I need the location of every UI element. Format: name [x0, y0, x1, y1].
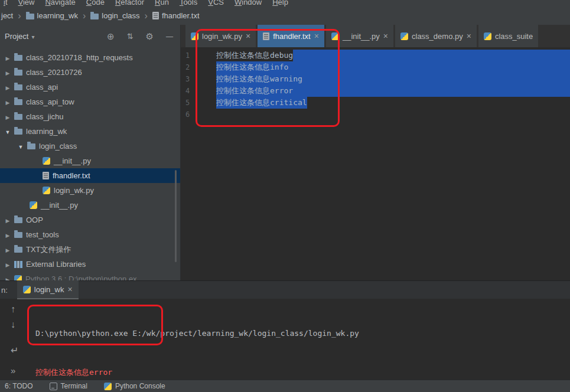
tree-item-label: Python 3.6 ; D:\python\python.ex [25, 275, 137, 280]
project-panel-header: Project [0, 25, 180, 47]
tab-init-py[interactable]: __init__.py [326, 25, 393, 47]
code-line[interactable]: 5 控制住这条信息critical [181, 97, 570, 109]
code-line[interactable]: 1 控制住这条信息debug [181, 50, 570, 61]
tree-item-oop[interactable]: OOP [0, 213, 180, 227]
soft-wrap-icon[interactable] [11, 346, 18, 355]
chevron-down-icon[interactable] [4, 127, 12, 136]
locate-file-icon[interactable] [107, 32, 115, 41]
hide-panel-icon[interactable] [166, 32, 173, 40]
menu-item-code[interactable]: Code [86, 0, 105, 6]
text-file-icon [152, 12, 159, 19]
code-line[interactable]: 6 [181, 109, 570, 120]
tab-label: fhandler.txt [273, 32, 311, 41]
tree-item-login_class[interactable]: login_class [0, 139, 180, 153]
tab-fhandler-txt[interactable]: fhandler.txt [258, 25, 324, 47]
tree-item-class_20210718_http_requests[interactable]: class_20210718_http_requests [0, 50, 180, 65]
tab-class_demo-py[interactable]: class_demo.py [395, 25, 477, 47]
editor-code-area[interactable]: 1 控制住这条信息debug 2 控制住这条信息info 3 控制住这条信息wa… [181, 47, 570, 280]
close-icon[interactable] [67, 285, 72, 293]
more-actions-icon[interactable] [11, 366, 15, 375]
python-icon [104, 383, 112, 390]
tree-item-python-interpreter[interactable]: Python 3.6 ; D:\python\python.ex [0, 272, 180, 280]
menu-item-vcs[interactable]: VCS [208, 0, 224, 6]
tree-item-learning_wk[interactable]: learning_wk [0, 124, 180, 139]
code-line[interactable]: 2 控制住这条信息info [181, 61, 570, 73]
tree-item-class_api_tow[interactable]: class_api_tow [0, 94, 180, 109]
tree-item-fhandler-txt[interactable]: fhandler.txt [0, 168, 180, 183]
run-toolbar [0, 299, 27, 381]
chevron-right-icon[interactable] [4, 245, 12, 254]
project-panel-title[interactable]: Project [5, 32, 28, 41]
tree-item-label: __init__.py [41, 201, 78, 210]
menu-item-edit[interactable]: it [4, 0, 8, 6]
menu-item-help[interactable]: Help [272, 0, 288, 6]
chevron-right-icon[interactable] [4, 260, 12, 269]
menu-item-refactor[interactable]: Refactor [115, 0, 144, 6]
breadcrumb-label: login_class [102, 11, 139, 20]
menu-bar: it View Navigate Code Refactor Run Tools… [0, 0, 570, 6]
code-text: 控制住这条信息critical [216, 97, 307, 109]
line-number: 5 [181, 99, 195, 107]
statusbar-item-todo[interactable]: 6: TODO [5, 382, 33, 390]
tree-item-login_wk-py[interactable]: login_wk.py [0, 183, 180, 198]
code-line[interactable]: 4 控制住这条信息error [181, 85, 570, 97]
menu-item-run[interactable]: Run [155, 0, 169, 6]
statusbar-item-terminal[interactable]: Terminal [50, 382, 87, 390]
tree-item-label: class_api_tow [26, 97, 74, 106]
menu-item-view[interactable]: View [18, 0, 35, 6]
breadcrumb-item-fhandler[interactable]: fhandler.txt [152, 11, 200, 20]
run-tab-login_wk[interactable]: login_wk [17, 280, 79, 299]
breadcrumb-item-login_class[interactable]: login_class [90, 11, 139, 20]
text-file-icon [263, 32, 269, 40]
collapse-all-icon[interactable] [127, 32, 133, 40]
prev-occurrence-icon[interactable] [11, 305, 15, 314]
tree-item-class_api[interactable]: class_api [0, 80, 180, 94]
statusbar-item-python-console[interactable]: Python Console [104, 382, 165, 390]
tree-item-label: class_20210718_http_requests [26, 53, 133, 62]
close-icon[interactable] [246, 32, 250, 40]
chevron-right-icon[interactable] [4, 83, 12, 92]
menu-item-window[interactable]: Window [234, 0, 262, 6]
menu-item-navigate[interactable]: Navigate [45, 0, 75, 6]
tab-label: class_demo.py [412, 32, 463, 41]
code-line[interactable]: 3 控制住这条信息warning [181, 73, 570, 85]
close-icon[interactable] [314, 32, 319, 40]
tree-item-test_tools[interactable]: test_tools [0, 227, 180, 242]
tab-login_wk-py[interactable]: login_wk.py [185, 25, 256, 47]
tab-label: class_suite [495, 32, 533, 41]
run-console[interactable]: D:\python\python.exe E:/wk/project/learn… [27, 299, 570, 381]
folder-icon [14, 70, 22, 76]
chevron-right-icon[interactable] [4, 275, 12, 280]
line-number: 6 [181, 110, 195, 119]
tree-item-class_jichu[interactable]: class_jichu [0, 109, 180, 124]
tree-item-init-py[interactable]: __init__.py [0, 153, 180, 168]
chevron-right-icon[interactable] [4, 97, 12, 106]
chevron-right-icon[interactable] [4, 230, 12, 239]
chevron-right-icon [18, 11, 21, 21]
tree-item-label: TXT文件操作 [26, 244, 71, 255]
chevron-right-icon[interactable] [4, 112, 12, 121]
line-number: 3 [181, 75, 195, 83]
chevron-down-icon[interactable] [31, 32, 34, 40]
next-occurrence-icon[interactable] [11, 320, 15, 329]
tree-item-init-py-2[interactable]: __init__.py [0, 198, 180, 213]
chevron-right-icon[interactable] [4, 53, 12, 62]
tree-item-external-libraries[interactable]: External Libraries [0, 257, 180, 272]
menu-item-tools[interactable]: Tools [180, 0, 197, 6]
project-scrollbar[interactable] [175, 170, 177, 262]
editor-tab-bar: login_wk.py fhandler.txt __init__.py cla… [181, 25, 570, 47]
close-icon[interactable] [467, 32, 471, 40]
tab-class_suite[interactable]: class_suite [478, 25, 538, 47]
tab-label: __init__.py [343, 32, 380, 41]
chevron-right-icon[interactable] [4, 68, 12, 77]
gear-icon[interactable] [146, 32, 154, 41]
tree-item-txt-ops[interactable]: TXT文件操作 [0, 242, 180, 257]
python-file-icon [191, 32, 198, 40]
tree-item-class_20210726[interactable]: class_20210726 [0, 65, 180, 80]
folder-icon [14, 114, 22, 120]
close-icon[interactable] [383, 32, 388, 40]
breadcrumb-item-learning_wk[interactable]: learning_wk [26, 11, 78, 20]
chevron-down-icon[interactable] [17, 142, 25, 151]
breadcrumb-item-project[interactable]: ject [1, 11, 13, 20]
chevron-right-icon[interactable] [4, 215, 12, 224]
